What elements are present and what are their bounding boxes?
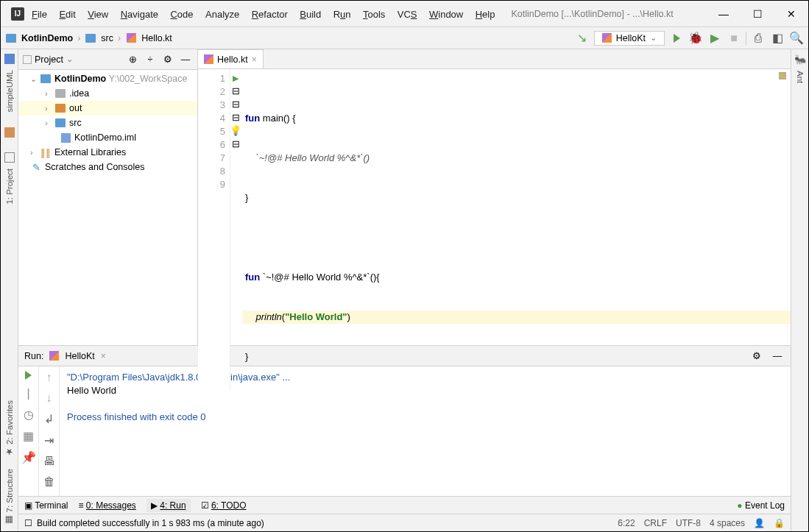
status-message-icon[interactable]: ☐ — [24, 518, 32, 528]
messages-tab[interactable]: ≡ 0: Messages — [78, 500, 135, 511]
soft-wrap-icon[interactable]: ↲ — [44, 412, 54, 426]
tree-project-root[interactable]: ⌄KotlinDemo Y:\002_WorkSpace — [18, 71, 197, 86]
line-separator[interactable]: CRLF — [644, 518, 667, 528]
close-run-tab-icon[interactable]: × — [101, 351, 106, 361]
project-structure-button[interactable]: ◧ — [770, 31, 785, 46]
status-message: Build completed successfully in 1 s 983 … — [37, 518, 264, 528]
project-tab[interactable]: 1: Project — [5, 169, 14, 205]
tree-iml-file[interactable]: KotlinDemo.iml — [18, 130, 197, 145]
menu-bar: FFileile Edit View Navigate Code Analyze… — [32, 7, 504, 21]
menu-edit[interactable]: Edit — [59, 9, 75, 20]
maximize-button[interactable]: ☐ — [741, 1, 774, 26]
ide-window: IJ FFileile Edit View Navigate Code Anal… — [0, 0, 809, 532]
menu-window[interactable]: Window — [429, 9, 463, 20]
warning-stripe-icon[interactable] — [779, 72, 786, 79]
run-tab[interactable]: HelloKt — [65, 351, 94, 361]
run-gutter-icon[interactable]: ▶ — [233, 71, 239, 85]
console-line: Process finished with exit code 0 — [67, 411, 783, 424]
layout-icon[interactable]: ▦ — [23, 429, 34, 443]
nav-toolbar: KotlinDemo › src › Hello.kt ↘ HelloKt ⌄ … — [1, 27, 808, 49]
print-icon[interactable]: 🖶 — [43, 455, 55, 468]
breadcrumbs: KotlinDemo › src › Hello.kt — [5, 32, 172, 44]
tool-icon[interactable]: | — [27, 387, 29, 400]
favorites-tab[interactable]: ★ 2: Favorites — [4, 400, 15, 457]
editor: Hello.kt × 123456789 ▶ ⊟⊟ ⊟ 💡 ⊟ — [198, 49, 791, 345]
run-tab[interactable]: ▶ 4: Run — [146, 499, 191, 512]
hide-icon[interactable]: — — [178, 52, 193, 67]
up-icon[interactable]: ↑ — [46, 371, 52, 384]
vcs-button[interactable]: ⎙ — [751, 31, 766, 46]
project-tool-window: Project ⌄ ⊕ ÷ ⚙ — ⌄KotlinDemo Y:\002_Wor… — [18, 49, 198, 345]
kotlin-icon — [602, 33, 612, 43]
title-bar: IJ FFileile Edit View Navigate Code Anal… — [1, 1, 808, 27]
crumb-src[interactable]: src — [101, 33, 113, 43]
clear-icon[interactable]: 🗑 — [43, 475, 55, 489]
menu-file[interactable]: FFileile — [32, 9, 47, 20]
run-config-label: HelloKt — [616, 33, 646, 43]
cursor-position[interactable]: 6:22 — [618, 518, 635, 528]
select-opened-file-icon[interactable]: ⊕ — [125, 52, 140, 67]
ant-icon: 🐜 — [794, 54, 806, 65]
folder-icon — [85, 34, 96, 43]
tree-scratches[interactable]: ✎Scratches and Consoles — [18, 160, 197, 174]
menu-help[interactable]: Help — [476, 9, 495, 20]
stop-button[interactable]: ■ — [727, 31, 741, 46]
tool-icon[interactable]: ◷ — [24, 408, 34, 422]
scroll-end-icon[interactable]: ⇥ — [44, 433, 54, 447]
status-bar: ☐ Build completed successfully in 1 s 98… — [18, 514, 791, 531]
run-tools-2: ↑ ↓ ↲ ⇥ 🖶 🗑 — [39, 366, 60, 496]
rerun-icon[interactable] — [25, 371, 32, 380]
terminal-tab[interactable]: ▣ Terminal — [24, 500, 68, 511]
kotlin-icon — [49, 351, 59, 361]
inspection-icon[interactable]: 👤 — [754, 518, 765, 528]
menu-build[interactable]: Build — [300, 9, 321, 20]
body: simpleUML 1: Project ★ 2: Favorites ▦ 7:… — [1, 49, 808, 531]
expand-all-icon[interactable]: ÷ — [143, 52, 158, 67]
kotlin-file-icon — [127, 33, 136, 43]
minimize-button[interactable]: ― — [707, 1, 741, 26]
tree-src-folder[interactable]: ›src — [18, 116, 197, 130]
close-button[interactable]: ✕ — [774, 1, 808, 26]
project-tree[interactable]: ⌄KotlinDemo Y:\002_WorkSpace ›.idea ›out… — [18, 70, 197, 176]
event-log-tab[interactable]: ● Event Log — [737, 500, 785, 511]
debug-button[interactable]: 🐞 — [688, 31, 703, 46]
menu-refactor[interactable]: Refactor — [252, 9, 288, 20]
run-button[interactable] — [669, 31, 684, 46]
uml2-icon — [4, 127, 15, 138]
tree-idea-folder[interactable]: ›.idea — [18, 86, 197, 101]
build-icon[interactable]: ↘ — [575, 31, 590, 46]
menu-analyze[interactable]: Analyze — [205, 9, 239, 20]
menu-tools[interactable]: Tools — [363, 9, 385, 20]
intention-bulb-icon[interactable]: 💡 — [230, 124, 241, 138]
project-icon — [4, 152, 15, 163]
menu-vcs[interactable]: VCS — [398, 9, 417, 20]
indent[interactable]: 4 spaces — [710, 518, 745, 528]
bottom-tool-tabs: ▣ Terminal ≡ 0: Messages ▶ 4: Run ☑ 6: T… — [18, 496, 791, 514]
coverage-button[interactable]: ▶ — [707, 31, 722, 46]
ant-tab[interactable]: Ant — [796, 71, 805, 83]
structure-tab[interactable]: ▦ 7: Structure — [4, 469, 15, 525]
run-config-selector[interactable]: HelloKt ⌄ — [594, 31, 665, 46]
encoding[interactable]: UTF-8 — [676, 518, 701, 528]
crumb-file[interactable]: Hello.kt — [141, 33, 172, 43]
close-tab-icon[interactable]: × — [252, 54, 257, 65]
menu-code[interactable]: Code — [170, 9, 193, 20]
pin-icon[interactable]: 📌 — [21, 450, 36, 464]
todo-tab[interactable]: ☑ 6: TODO — [201, 500, 247, 511]
tree-external-libraries[interactable]: ›‖‖External Libraries — [18, 145, 197, 160]
editor-tab-hello[interactable]: Hello.kt × — [198, 49, 264, 68]
chevron-down-icon[interactable]: ⌄ — [66, 54, 73, 64]
simpleuml-tab[interactable]: simpleUML — [5, 70, 14, 113]
crumb-project[interactable]: KotlinDemo — [21, 33, 73, 43]
lock-icon[interactable]: 🔒 — [774, 518, 785, 528]
project-panel-title[interactable]: Project — [35, 54, 63, 65]
tree-out-folder[interactable]: ›out — [18, 101, 197, 116]
menu-navigate[interactable]: Navigate — [121, 9, 158, 20]
search-everywhere-button[interactable]: 🔍 — [789, 31, 804, 46]
menu-view[interactable]: View — [88, 9, 108, 20]
settings-icon[interactable]: ⚙ — [160, 52, 175, 67]
code-area[interactable]: 123456789 ▶ ⊟⊟ ⊟ 💡 ⊟ fun main() { `~!@# … — [198, 69, 791, 390]
menu-run[interactable]: Run — [333, 9, 351, 20]
down-icon[interactable]: ↓ — [46, 391, 52, 405]
window-title: KotlinDemo [...\KotlinDemo] - ...\Hello.… — [511, 9, 707, 19]
